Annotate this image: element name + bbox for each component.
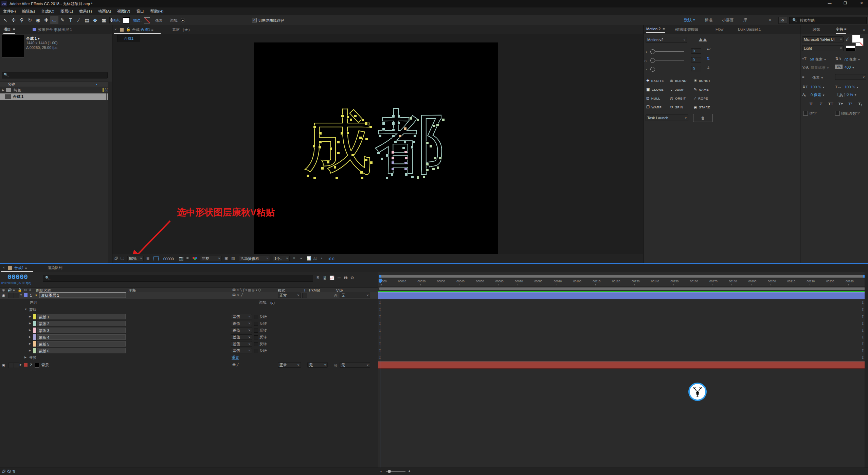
mask5-mode-select[interactable]: 差值˅ <box>231 341 252 347</box>
path-vertex[interactable] <box>423 176 425 178</box>
path-vertex[interactable] <box>404 151 407 153</box>
camera-tool[interactable]: ◉ <box>34 16 42 24</box>
work-area-bar[interactable] <box>379 275 865 278</box>
transparency-grid-icon[interactable]: ▨ <box>231 256 235 261</box>
baseline-value[interactable]: 0 像素 ▼ <box>811 92 825 98</box>
path-vertex[interactable] <box>426 142 429 144</box>
path-vertex[interactable] <box>381 158 383 160</box>
motion-button-blend[interactable]: ≋BLEND <box>670 77 692 84</box>
transform-row[interactable]: ▶ 变换 重置 <box>0 354 378 361</box>
project-row-solids[interactable]: ▶ 纯色 品 <box>0 87 112 93</box>
layer-row-1[interactable]: ◉ ▼ 1 ★ 形状图层 1 🕶☀╱ 正常˅ ◎ 无˅ <box>0 292 378 299</box>
path-vertex[interactable] <box>351 154 354 156</box>
text-color-swatches[interactable] <box>852 35 864 46</box>
timeline-navigator-bar[interactable] <box>379 287 865 290</box>
menu-item-6[interactable]: 动画(A) <box>95 7 114 15</box>
screen-icon[interactable]: 🖵 <box>121 256 124 261</box>
character-more-icon[interactable]: » <box>863 27 865 32</box>
motion-preset-select[interactable]: Motion v2˅ <box>646 37 687 43</box>
path-vertex[interactable] <box>319 146 321 148</box>
layer2-switches[interactable]: 🕶╱ <box>232 361 240 369</box>
rectangle-tool[interactable]: ▭ <box>50 16 58 24</box>
ligatures-checkbox[interactable] <box>803 111 808 116</box>
clone-stamp-tool[interactable]: ▤ <box>83 16 91 24</box>
work-area-start-handle[interactable] <box>379 275 381 278</box>
mask1-name[interactable]: 蒙版 1 <box>37 314 126 319</box>
sort-triangle-icon[interactable]: ▲ <box>95 83 98 86</box>
property-ibeam-marker[interactable]: I <box>378 327 382 334</box>
masks-group-row[interactable]: ▼ 蒙版 <box>0 306 378 313</box>
menu-item-2[interactable]: 编辑(E) <box>19 7 38 15</box>
path-vertex[interactable] <box>411 146 413 148</box>
close-button[interactable]: ✕ <box>856 1 867 5</box>
menu-item-5[interactable]: 效果(T) <box>76 7 95 15</box>
motion-button-rope[interactable]: ⟋ROPE <box>694 95 716 102</box>
mask-row-4[interactable]: ▶ 蒙版 4 差值˅ 反转 <box>0 334 378 340</box>
path-vertex[interactable] <box>434 157 436 159</box>
stroke-style-select[interactable]: ˅ <box>835 74 866 80</box>
layer2-duration-bar[interactable] <box>378 362 868 369</box>
tab-paragraph[interactable]: 段落 <box>813 27 820 32</box>
property-ibeam-marker[interactable]: I <box>861 320 865 327</box>
path-vertex[interactable] <box>437 166 439 169</box>
stroke-width-value[interactable]: - 像素 ▼ <box>810 75 824 80</box>
motion-button-name[interactable]: ✎NAME <box>694 86 716 93</box>
path-vertex[interactable] <box>410 117 412 120</box>
motion-button-jump[interactable]: ⌄JUMP <box>670 86 692 93</box>
font-size-value[interactable]: 50 像素 ▼ <box>810 57 826 62</box>
path-vertex[interactable] <box>404 141 406 143</box>
path-vertex[interactable] <box>386 154 388 157</box>
path-vertex[interactable] <box>365 159 367 161</box>
mask2-color-swatch[interactable] <box>33 321 36 326</box>
path-vertex[interactable] <box>426 163 429 165</box>
comp-canvas[interactable]: 成 都 <box>254 42 498 254</box>
path-vertex[interactable] <box>386 177 388 179</box>
mask-row-5[interactable]: ▶ 蒙版 5 差值˅ 反转 <box>0 340 378 347</box>
anchor-mid-icon[interactable]: ›‹ <box>644 58 647 63</box>
hscale-value[interactable]: 100 % ▼ <box>845 85 859 89</box>
mask4-name[interactable]: 蒙版 4 <box>37 334 126 340</box>
path-vertex[interactable] <box>392 168 394 170</box>
timeline-view-toggles[interactable]: 🎚🎛📈⚏🕶⚙ <box>316 276 357 280</box>
font-style-select[interactable]: Light˅ <box>802 45 844 51</box>
path-vertex[interactable] <box>319 132 322 135</box>
masks-expand-icon[interactable]: ▼ <box>24 306 27 313</box>
layer1-name[interactable]: 形状图层 1 <box>39 292 126 298</box>
layer2-trkmat-select[interactable]: 无˅ <box>307 362 328 368</box>
path-vertex[interactable] <box>379 135 381 137</box>
contents-row[interactable]: 内容 添加: ▶ <box>0 299 378 306</box>
property-ibeam-marker[interactable]: I <box>861 306 865 313</box>
timeline-zoom-knob[interactable] <box>388 470 391 473</box>
mask2-invert-checkbox[interactable] <box>254 322 258 326</box>
layer1-expand-icon[interactable]: ▼ <box>20 292 22 299</box>
path-vertex[interactable] <box>382 128 385 130</box>
path-vertex[interactable] <box>365 138 368 140</box>
mask2-mode-select[interactable]: 差值˅ <box>231 321 252 326</box>
project-search-box[interactable]: 🔍˯ <box>2 72 108 78</box>
path-vertex[interactable] <box>430 145 432 147</box>
selection-tool[interactable]: ↖ <box>1 16 10 24</box>
motion-button-clone[interactable]: ▣CLONE <box>646 86 669 93</box>
path-vertex[interactable] <box>362 119 364 121</box>
mask-row-6[interactable]: ▶ 蒙版 6 差值˅ 反转 <box>0 347 378 354</box>
path-vertex[interactable] <box>361 177 363 179</box>
menu-item-8[interactable]: 窗口 <box>133 7 147 15</box>
tab-duik[interactable]: Duik Bassel.1 <box>738 27 761 31</box>
checker-icon[interactable]: ▦ <box>100 16 108 24</box>
type-tool[interactable]: T <box>67 16 75 24</box>
path-vertex[interactable] <box>377 152 380 154</box>
tab-character[interactable]: 字符 ≡ <box>836 27 846 34</box>
minimize-button[interactable]: — <box>825 1 835 5</box>
leading-value[interactable]: 72 像素 ▼ <box>844 57 860 62</box>
path-vertex[interactable] <box>336 177 338 179</box>
contents-add-label[interactable]: 添加: <box>259 299 267 306</box>
layer2-mode-select[interactable]: 正常˅ <box>278 362 301 368</box>
mask-row-2[interactable]: ▶ 蒙版 2 差值˅ 反转 <box>0 320 378 327</box>
property-ibeam-marker[interactable]: I <box>861 347 865 354</box>
layer2-parent-select[interactable]: 无˅ <box>340 362 370 368</box>
small-caps-button[interactable]: Tᴛ <box>836 101 845 107</box>
motion-button-orbit[interactable]: ◎ORBIT <box>670 95 692 102</box>
layer1-pickwhip-icon[interactable]: ◎ <box>334 292 338 299</box>
bezier-checkbox[interactable]: ✓ <box>252 18 257 22</box>
exposure-reset-icon[interactable]: ◔ <box>320 256 323 260</box>
